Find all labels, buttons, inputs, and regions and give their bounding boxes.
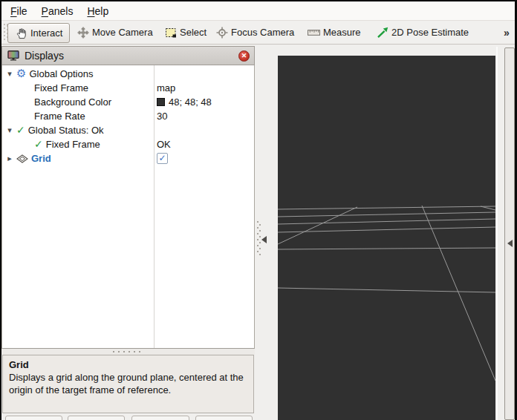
property-description-panel: Grid Displays a grid along the ground pl…: [2, 355, 254, 413]
chevron-down-icon[interactable]: ▾: [6, 123, 13, 137]
pose-arrow-icon: [376, 26, 388, 39]
move-camera-tool-button[interactable]: Move Camera: [77, 23, 153, 42]
tree-row-status-fixed-frame[interactable]: ✓ Fixed Frame OK: [2, 137, 254, 151]
measure-tool-label: Measure: [323, 27, 361, 38]
tree-row-global-options[interactable]: ▾ ⚙ Global Options: [2, 67, 254, 81]
color-swatch: [157, 98, 165, 106]
menu-panels[interactable]: Panels: [42, 5, 74, 17]
move-camera-tool-label: Move Camera: [92, 27, 153, 38]
splitter-dots-icon: [257, 221, 258, 254]
tree-row-grid[interactable]: ▸ Grid ✓: [2, 151, 254, 165]
toolbar: Interact Move Camera Select Focus Camera…: [1, 21, 515, 45]
chevron-right-icon[interactable]: ▸: [6, 151, 13, 165]
render-viewport[interactable]: [278, 56, 495, 420]
background-color-value[interactable]: 48; 48; 48: [169, 95, 212, 109]
monitor-icon: [7, 50, 19, 62]
toolbar-overflow-button[interactable]: »: [504, 27, 509, 39]
selection-box-icon: [164, 26, 177, 39]
tree-row-label: Fixed Frame: [34, 81, 88, 95]
tree-row-label: Grid: [31, 151, 51, 165]
pose-estimate-tool-button[interactable]: 2D Pose Estimate: [376, 23, 469, 42]
description-title: Grid: [9, 358, 247, 371]
menu-bar: File Panels Help: [1, 1, 515, 21]
measure-tool-button[interactable]: Measure: [308, 23, 361, 42]
window-border-top: [0, 0, 517, 1]
bottom-bar-button-4[interactable]: [195, 416, 253, 420]
tree-row-fixed-frame[interactable]: Fixed Frame map: [2, 81, 254, 95]
grid-enabled-checkbox[interactable]: ✓: [157, 153, 168, 164]
check-icon: ✓: [34, 139, 43, 150]
move-camera-icon: [77, 26, 89, 39]
splitter-dots-icon: [259, 224, 261, 257]
bottom-bar-button-3[interactable]: [131, 416, 189, 420]
frame-rate-value[interactable]: 30: [157, 109, 167, 123]
tree-row-label: Background Color: [34, 95, 111, 109]
right-panel-splitter[interactable]: [504, 47, 515, 420]
splitter-dots-icon: [113, 351, 143, 352]
displays-panel-title: Displays: [25, 50, 233, 62]
menu-file[interactable]: File: [10, 5, 27, 17]
gear-icon: ⚙: [16, 68, 26, 79]
tree-row-label: Frame Rate: [34, 109, 85, 123]
displays-tree: ▾ ⚙ Global Options Fixed Frame map Backg…: [1, 65, 255, 349]
tree-row-label: Global Options: [29, 67, 93, 81]
ground-grid: [278, 56, 495, 420]
status-value: OK: [157, 137, 171, 151]
chevron-down-icon[interactable]: ▾: [6, 67, 13, 81]
tree-row-frame-rate[interactable]: Frame Rate 30: [2, 109, 254, 123]
grid-icon: [16, 154, 28, 163]
menu-help[interactable]: Help: [87, 5, 108, 17]
tree-row-label: Global Status: Ok: [28, 123, 104, 137]
tree-row-global-status[interactable]: ▾ ✓ Global Status: Ok: [2, 123, 254, 137]
fixed-frame-value[interactable]: map: [157, 81, 175, 95]
pose-estimate-tool-label: 2D Pose Estimate: [391, 27, 469, 38]
panel-splitter-handle[interactable]: [1, 349, 255, 355]
interact-tool-button[interactable]: Interact: [7, 23, 70, 43]
close-icon[interactable]: ✕: [238, 50, 250, 62]
focus-crosshair-icon: [215, 26, 228, 39]
bottom-bar-button-1[interactable]: [5, 416, 62, 420]
focus-camera-tool-label: Focus Camera: [231, 27, 294, 38]
viewport-edge: [496, 47, 498, 420]
window-border-left: [0, 0, 1, 420]
select-tool-label: Select: [180, 27, 207, 38]
bottom-bar-button-2[interactable]: [68, 416, 125, 420]
focus-camera-tool-button[interactable]: Focus Camera: [215, 23, 294, 42]
displays-panel-header[interactable]: Displays ✕: [1, 46, 255, 65]
check-icon: ✓: [16, 125, 25, 136]
tree-row-background-color[interactable]: Background Color 48; 48; 48: [2, 95, 254, 109]
ruler-icon: [308, 26, 320, 39]
interact-tool-label: Interact: [30, 27, 62, 39]
description-text: Displays a grid along the ground plane, …: [9, 371, 247, 396]
collapse-left-arrow-icon[interactable]: [261, 236, 267, 243]
select-tool-button[interactable]: Select: [164, 23, 207, 42]
collapse-left-arrow-icon[interactable]: [507, 240, 513, 247]
tree-row-label: Fixed Frame: [46, 137, 100, 151]
hand-icon: [15, 27, 27, 39]
